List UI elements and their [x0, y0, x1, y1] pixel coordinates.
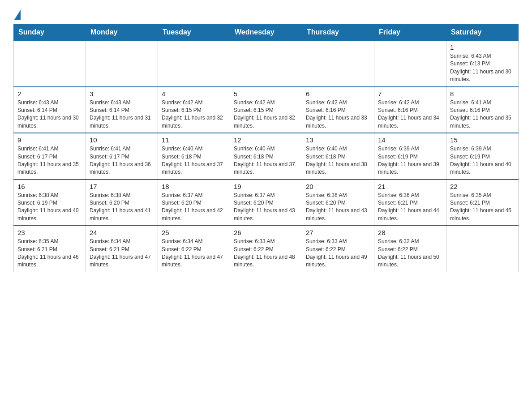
- day-info: Sunrise: 6:37 AMSunset: 6:20 PMDaylight:…: [162, 192, 226, 223]
- day-cell: 6Sunrise: 6:42 AMSunset: 6:16 PMDaylight…: [302, 87, 374, 133]
- day-cell: 5Sunrise: 6:42 AMSunset: 6:15 PMDaylight…: [230, 87, 302, 133]
- day-cell: 21Sunrise: 6:36 AMSunset: 6:21 PMDayligh…: [374, 180, 446, 226]
- column-header-tuesday: Tuesday: [158, 25, 230, 41]
- day-number: 28: [378, 229, 442, 236]
- day-cell: 18Sunrise: 6:37 AMSunset: 6:20 PMDayligh…: [158, 180, 230, 226]
- day-info: Sunrise: 6:41 AMSunset: 6:17 PMDaylight:…: [17, 145, 82, 176]
- day-cell: 25Sunrise: 6:34 AMSunset: 6:22 PMDayligh…: [158, 226, 230, 272]
- week-row-1: 1Sunrise: 6:43 AMSunset: 6:13 PMDaylight…: [14, 40, 519, 87]
- day-number: 20: [306, 183, 370, 190]
- day-cell: 26Sunrise: 6:33 AMSunset: 6:22 PMDayligh…: [230, 226, 302, 272]
- day-cell: 4Sunrise: 6:42 AMSunset: 6:15 PMDaylight…: [158, 87, 230, 133]
- day-info: Sunrise: 6:33 AMSunset: 6:22 PMDaylight:…: [306, 238, 370, 269]
- day-cell: 7Sunrise: 6:42 AMSunset: 6:16 PMDaylight…: [374, 87, 446, 133]
- day-info: Sunrise: 6:40 AMSunset: 6:18 PMDaylight:…: [306, 145, 370, 176]
- day-cell: 17Sunrise: 6:38 AMSunset: 6:20 PMDayligh…: [86, 180, 158, 226]
- day-info: Sunrise: 6:40 AMSunset: 6:18 PMDaylight:…: [162, 145, 226, 176]
- day-info: Sunrise: 6:38 AMSunset: 6:20 PMDaylight:…: [90, 192, 154, 223]
- day-cell: 1Sunrise: 6:43 AMSunset: 6:13 PMDaylight…: [446, 40, 519, 87]
- logo-triangle-icon: [14, 10, 21, 20]
- column-header-thursday: Thursday: [302, 25, 374, 41]
- day-number: 19: [234, 183, 298, 190]
- day-cell: [14, 40, 86, 87]
- day-number: 25: [162, 229, 226, 236]
- day-number: 13: [306, 136, 370, 144]
- column-header-wednesday: Wednesday: [230, 25, 302, 41]
- day-number: 17: [90, 183, 154, 190]
- day-number: 1: [450, 43, 515, 51]
- day-number: 16: [17, 183, 82, 190]
- day-number: 14: [378, 136, 442, 144]
- column-header-saturday: Saturday: [446, 25, 519, 41]
- day-number: 9: [17, 136, 82, 144]
- day-cell: 2Sunrise: 6:43 AMSunset: 6:14 PMDaylight…: [14, 87, 86, 133]
- day-info: Sunrise: 6:33 AMSunset: 6:22 PMDaylight:…: [234, 238, 298, 269]
- day-info: Sunrise: 6:35 AMSunset: 6:21 PMDaylight:…: [450, 192, 515, 223]
- day-info: Sunrise: 6:42 AMSunset: 6:15 PMDaylight:…: [162, 99, 226, 130]
- week-row-5: 23Sunrise: 6:35 AMSunset: 6:21 PMDayligh…: [14, 226, 519, 272]
- day-cell: [302, 40, 374, 87]
- day-number: 21: [378, 183, 442, 190]
- day-info: Sunrise: 6:39 AMSunset: 6:19 PMDaylight:…: [450, 145, 515, 176]
- column-header-monday: Monday: [86, 25, 158, 41]
- logo: [13, 9, 21, 20]
- day-cell: [158, 40, 230, 87]
- day-cell: 12Sunrise: 6:40 AMSunset: 6:18 PMDayligh…: [230, 133, 302, 180]
- day-info: Sunrise: 6:36 AMSunset: 6:21 PMDaylight:…: [378, 192, 442, 223]
- day-cell: 10Sunrise: 6:41 AMSunset: 6:17 PMDayligh…: [86, 133, 158, 180]
- day-cell: 11Sunrise: 6:40 AMSunset: 6:18 PMDayligh…: [158, 133, 230, 180]
- day-cell: 15Sunrise: 6:39 AMSunset: 6:19 PMDayligh…: [446, 133, 519, 180]
- day-number: 26: [234, 229, 298, 236]
- day-info: Sunrise: 6:41 AMSunset: 6:16 PMDaylight:…: [450, 99, 515, 130]
- day-cell: [86, 40, 158, 87]
- day-number: 5: [234, 90, 298, 98]
- day-number: 11: [162, 136, 226, 144]
- day-number: 7: [378, 90, 442, 98]
- day-cell: 3Sunrise: 6:43 AMSunset: 6:14 PMDaylight…: [86, 87, 158, 133]
- day-number: 10: [90, 136, 154, 144]
- day-info: Sunrise: 6:39 AMSunset: 6:19 PMDaylight:…: [378, 145, 442, 176]
- day-number: 12: [234, 136, 298, 144]
- day-info: Sunrise: 6:35 AMSunset: 6:21 PMDaylight:…: [17, 238, 82, 269]
- day-cell: 22Sunrise: 6:35 AMSunset: 6:21 PMDayligh…: [446, 180, 519, 226]
- day-cell: [446, 226, 519, 272]
- day-info: Sunrise: 6:42 AMSunset: 6:16 PMDaylight:…: [378, 99, 442, 130]
- day-number: 24: [90, 229, 154, 236]
- day-number: 8: [450, 90, 515, 98]
- week-row-2: 2Sunrise: 6:43 AMSunset: 6:14 PMDaylight…: [14, 87, 519, 133]
- day-info: Sunrise: 6:43 AMSunset: 6:14 PMDaylight:…: [17, 99, 82, 130]
- day-number: 22: [450, 183, 515, 190]
- day-cell: 20Sunrise: 6:36 AMSunset: 6:20 PMDayligh…: [302, 180, 374, 226]
- column-header-sunday: Sunday: [14, 25, 86, 41]
- day-cell: 9Sunrise: 6:41 AMSunset: 6:17 PMDaylight…: [14, 133, 86, 180]
- calendar-table: SundayMondayTuesdayWednesdayThursdayFrid…: [13, 24, 519, 272]
- day-info: Sunrise: 6:34 AMSunset: 6:21 PMDaylight:…: [90, 238, 154, 269]
- day-info: Sunrise: 6:32 AMSunset: 6:22 PMDaylight:…: [378, 238, 442, 269]
- day-info: Sunrise: 6:42 AMSunset: 6:15 PMDaylight:…: [234, 99, 298, 130]
- day-cell: 14Sunrise: 6:39 AMSunset: 6:19 PMDayligh…: [374, 133, 446, 180]
- calendar-header-row: SundayMondayTuesdayWednesdayThursdayFrid…: [14, 25, 519, 41]
- day-cell: 24Sunrise: 6:34 AMSunset: 6:21 PMDayligh…: [86, 226, 158, 272]
- day-number: 3: [90, 90, 154, 98]
- day-info: Sunrise: 6:43 AMSunset: 6:13 PMDaylight:…: [450, 52, 515, 84]
- day-cell: 16Sunrise: 6:38 AMSunset: 6:19 PMDayligh…: [14, 180, 86, 226]
- day-cell: 27Sunrise: 6:33 AMSunset: 6:22 PMDayligh…: [302, 226, 374, 272]
- day-cell: 13Sunrise: 6:40 AMSunset: 6:18 PMDayligh…: [302, 133, 374, 180]
- day-number: 6: [306, 90, 370, 98]
- day-info: Sunrise: 6:38 AMSunset: 6:19 PMDaylight:…: [17, 192, 82, 223]
- day-number: 18: [162, 183, 226, 190]
- day-info: Sunrise: 6:43 AMSunset: 6:14 PMDaylight:…: [90, 99, 154, 130]
- day-info: Sunrise: 6:40 AMSunset: 6:18 PMDaylight:…: [234, 145, 298, 176]
- day-cell: 19Sunrise: 6:37 AMSunset: 6:20 PMDayligh…: [230, 180, 302, 226]
- day-cell: 23Sunrise: 6:35 AMSunset: 6:21 PMDayligh…: [14, 226, 86, 272]
- week-row-3: 9Sunrise: 6:41 AMSunset: 6:17 PMDaylight…: [14, 133, 519, 180]
- day-number: 4: [162, 90, 226, 98]
- day-cell: [230, 40, 302, 87]
- day-info: Sunrise: 6:41 AMSunset: 6:17 PMDaylight:…: [90, 145, 154, 176]
- day-info: Sunrise: 6:34 AMSunset: 6:22 PMDaylight:…: [162, 238, 226, 269]
- day-number: 23: [17, 229, 82, 236]
- day-info: Sunrise: 6:36 AMSunset: 6:20 PMDaylight:…: [306, 192, 370, 223]
- day-number: 2: [17, 90, 82, 98]
- day-number: 15: [450, 136, 515, 144]
- day-info: Sunrise: 6:42 AMSunset: 6:16 PMDaylight:…: [306, 99, 370, 130]
